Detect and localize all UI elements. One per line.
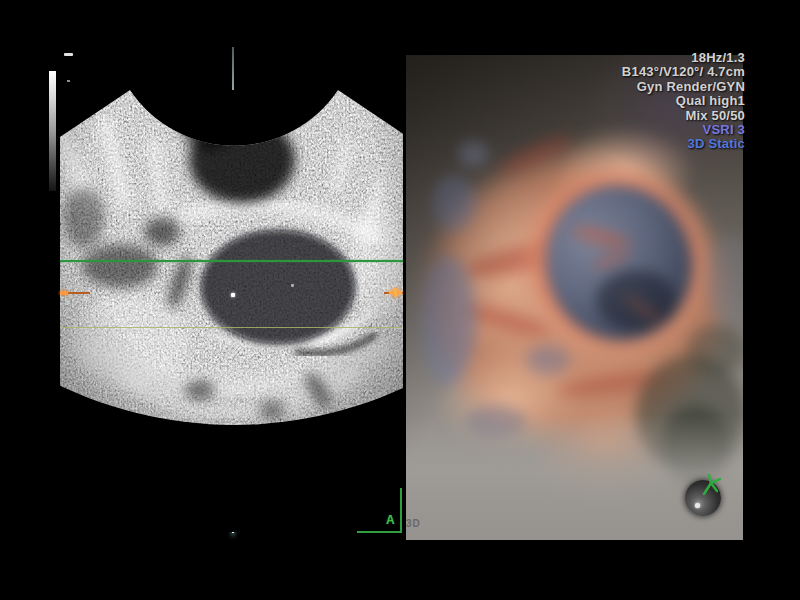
orange-caliper-icon[interactable]	[394, 288, 397, 297]
render-box-bottom-line[interactable]	[62, 327, 402, 328]
faint-caliper-dot	[291, 284, 294, 287]
status-render-preset: Gyn Render/GYN	[622, 80, 745, 94]
white-caliper-dot[interactable]	[231, 293, 235, 297]
status-frame-rate: 18Hz/1.3	[622, 51, 745, 65]
orientation-ball-highlight	[695, 503, 700, 508]
status-quality: Qual high1	[622, 94, 745, 108]
active-plane-bracket-vertical	[400, 488, 402, 533]
ultrasound-screen: A 3D	[0, 0, 800, 600]
status-vsri: VSRI 3	[622, 123, 745, 137]
b-mode-sector-image	[60, 90, 403, 532]
render-box-top-line[interactable]	[60, 260, 403, 262]
centerline-tick-top	[232, 47, 234, 90]
b-mode-image-panel[interactable]	[60, 90, 403, 532]
status-text-block: 18Hz/1.3 B143°/V120°/ 4.7cm Gyn Render/G…	[622, 51, 745, 152]
active-plane-label: A	[386, 513, 395, 527]
orientation-marker-icon	[700, 472, 726, 498]
render-bottom-fog	[406, 415, 743, 540]
status-volume-angle: B143°/V120°/ 4.7cm	[622, 65, 745, 79]
ruler-major-tick	[64, 53, 73, 56]
status-mix: Mix 50/50	[622, 109, 745, 123]
render-line-end-marker[interactable]	[60, 291, 68, 295]
grayscale-bar	[49, 71, 56, 191]
status-acquisition: 3D Static	[622, 137, 745, 151]
active-plane-bracket-horizontal	[357, 531, 402, 533]
render-mode-label: 3D	[406, 518, 421, 529]
